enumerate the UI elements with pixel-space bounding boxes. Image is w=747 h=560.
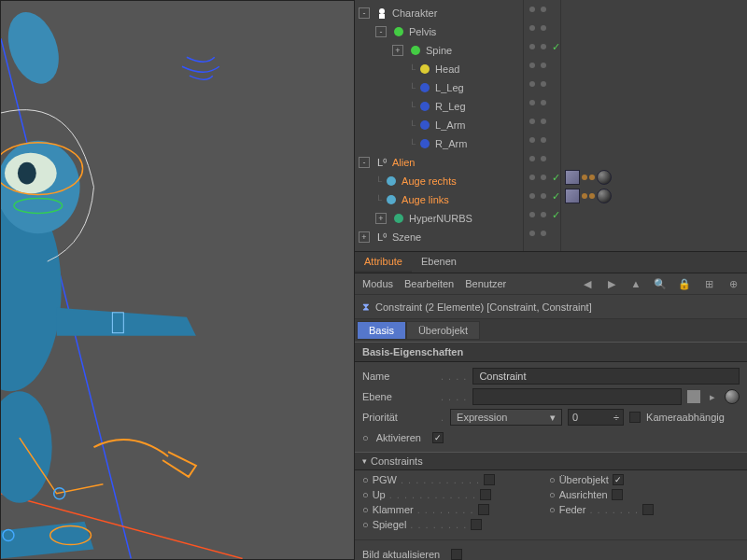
- tags-row[interactable]: [561, 187, 747, 205]
- material-tag-icon[interactable]: [597, 170, 612, 185]
- node-label[interactable]: Szene: [392, 231, 421, 243]
- tag-icon[interactable]: [582, 193, 587, 199]
- expand-icon[interactable]: +: [392, 45, 403, 56]
- checkbox-bild[interactable]: [451, 549, 462, 560]
- tags-row[interactable]: [561, 37, 747, 56]
- tree-item-pelvis[interactable]: -Pelvis: [355, 22, 523, 41]
- visibility-dots[interactable]: [524, 75, 560, 93]
- checkbox-kamera[interactable]: [629, 412, 641, 423]
- tags-row[interactable]: [561, 131, 747, 149]
- tag-icon[interactable]: [582, 175, 587, 180]
- section-constraints[interactable]: Constraints: [355, 452, 747, 470]
- tree-item-l_leg[interactable]: └L_Leg: [355, 78, 523, 97]
- select-priority[interactable]: Expression▾: [450, 409, 562, 426]
- tree-item-auge-rechts[interactable]: └Auge rechts: [355, 172, 523, 190]
- node-label[interactable]: Head: [435, 63, 459, 75]
- node-label[interactable]: HyperNURBS: [409, 213, 472, 224]
- node-label[interactable]: Auge links: [402, 194, 449, 205]
- node-label[interactable]: R_Leg: [435, 101, 465, 112]
- tree-item-head[interactable]: └Head: [355, 60, 523, 78]
- node-label[interactable]: Auge rechts: [402, 175, 457, 187]
- visibility-dots[interactable]: [524, 93, 560, 112]
- visibility-dots[interactable]: [524, 56, 560, 75]
- node-label[interactable]: Alien: [392, 157, 415, 168]
- input-ebene[interactable]: [472, 388, 682, 405]
- visibility-dots[interactable]: [524, 224, 560, 243]
- tree-item-szene[interactable]: +L⁰Szene: [355, 228, 523, 246]
- tree-item-r_arm[interactable]: └R_Arm: [355, 134, 523, 153]
- node-label[interactable]: R_Arm: [435, 138, 467, 149]
- node-label[interactable]: L_Leg: [435, 82, 464, 93]
- material-tag-icon[interactable]: [597, 189, 612, 203]
- checkbox-pgw[interactable]: [484, 474, 495, 485]
- lock-icon[interactable]: 🔒: [678, 277, 691, 290]
- texture-tag-icon[interactable]: [565, 170, 580, 185]
- menu-modus[interactable]: Modus: [362, 278, 393, 289]
- tree-item-alien[interactable]: -L⁰Alien: [355, 153, 523, 172]
- tree-item-spine[interactable]: +Spine: [355, 41, 523, 60]
- tree-item-auge-links[interactable]: └Auge links: [355, 190, 523, 209]
- nav-back-icon[interactable]: ◀: [581, 277, 594, 290]
- object-manager[interactable]: -Charakter-Pelvis+Spine└Head└L_Leg└R_Leg…: [355, 0, 747, 252]
- checkbox-klammer[interactable]: [478, 504, 489, 515]
- expand-icon[interactable]: -: [359, 157, 370, 168]
- expand-icon[interactable]: +: [359, 231, 370, 243]
- tag-icon[interactable]: [589, 193, 595, 199]
- visibility-dots[interactable]: ✓: [524, 205, 560, 224]
- search-icon[interactable]: 🔍: [654, 277, 667, 290]
- texture-tag-icon[interactable]: [565, 189, 580, 203]
- tree-item-hypernurbs[interactable]: +HyperNURBS: [355, 209, 523, 228]
- expand-icon[interactable]: -: [375, 26, 387, 37]
- tags-row[interactable]: [561, 224, 747, 243]
- visibility-dots[interactable]: ✓: [524, 168, 560, 187]
- visibility-dots[interactable]: [524, 131, 560, 149]
- layer-swatch[interactable]: [687, 390, 700, 403]
- tag-icon[interactable]: [589, 175, 595, 180]
- node-label[interactable]: Spine: [426, 45, 452, 56]
- checkbox-up[interactable]: [480, 489, 491, 500]
- tags-row[interactable]: [561, 56, 747, 75]
- input-name[interactable]: [472, 368, 740, 385]
- visibility-dots[interactable]: ✓: [524, 37, 560, 56]
- tags-row[interactable]: [561, 149, 747, 168]
- expand-icon[interactable]: -: [359, 7, 370, 19]
- visibility-dots[interactable]: [524, 19, 560, 37]
- input-priority-num[interactable]: 0÷: [568, 409, 624, 426]
- tags-row[interactable]: [561, 205, 747, 224]
- layer-menu-icon[interactable]: ▸: [706, 390, 719, 403]
- nav-fwd-icon[interactable]: ▶: [605, 277, 618, 290]
- nav-up-icon[interactable]: ▲: [629, 277, 642, 290]
- layer-picker-icon[interactable]: [725, 389, 740, 404]
- new-icon[interactable]: ⊞: [702, 277, 715, 290]
- tags-row[interactable]: [561, 112, 747, 131]
- tree-item-charakter[interactable]: -Charakter: [355, 4, 523, 22]
- node-label[interactable]: Pelvis: [409, 26, 436, 37]
- tags-row[interactable]: [561, 75, 747, 93]
- subtab-ueberobjekt[interactable]: Überobjekt: [406, 321, 480, 340]
- visibility-dots[interactable]: [524, 112, 560, 131]
- menu-benutzer[interactable]: Benutzer: [465, 278, 506, 289]
- checkbox-ueberobjekt[interactable]: [613, 474, 624, 485]
- subtab-basis[interactable]: Basis: [357, 321, 406, 340]
- node-label[interactable]: L_Arm: [435, 119, 465, 131]
- tags-row[interactable]: [561, 0, 747, 19]
- tree-item-r_leg[interactable]: └R_Leg: [355, 97, 523, 116]
- checkbox-aktivieren[interactable]: [432, 432, 444, 443]
- menu-bearbeiten[interactable]: Bearbeiten: [404, 278, 454, 289]
- viewport-3d[interactable]: [0, 0, 355, 560]
- tree-item-l_arm[interactable]: └L_Arm: [355, 116, 523, 134]
- add-icon[interactable]: ⊕: [726, 277, 740, 290]
- node-label[interactable]: Charakter: [392, 7, 437, 19]
- visibility-dots[interactable]: ✓: [524, 187, 560, 205]
- tab-ebenen[interactable]: Ebenen: [412, 252, 466, 273]
- visibility-dots[interactable]: [524, 0, 560, 19]
- expand-icon[interactable]: +: [375, 213, 387, 224]
- visibility-dots[interactable]: [524, 149, 560, 168]
- tab-attribute[interactable]: Attribute: [355, 252, 412, 273]
- checkbox-ausrichten[interactable]: [612, 489, 623, 500]
- checkbox-spiegel[interactable]: [471, 519, 482, 530]
- checkbox-feder[interactable]: [642, 504, 654, 515]
- tags-row[interactable]: [561, 93, 747, 112]
- tags-row[interactable]: [561, 19, 747, 37]
- tags-row[interactable]: [561, 168, 747, 187]
